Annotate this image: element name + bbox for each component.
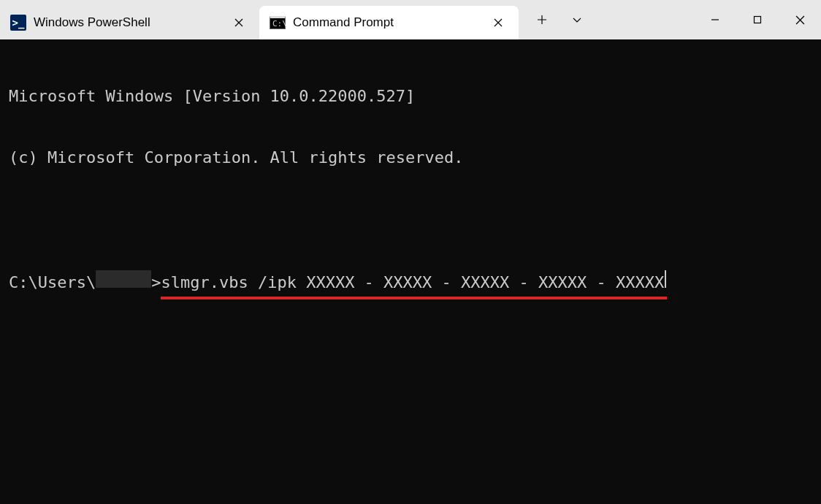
terminal-output[interactable]: Microsoft Windows [Version 10.0.22000.52…: [0, 39, 821, 504]
close-icon: [795, 15, 805, 25]
minimize-button[interactable]: [694, 3, 736, 37]
close-icon: [494, 18, 503, 27]
banner-line: (c) Microsoft Corporation. All rights re…: [9, 148, 812, 168]
chevron-down-icon: [572, 15, 582, 25]
tab-strip: >_ Windows PowerShell C:\ Command Prompt: [0, 0, 519, 39]
window-controls: [694, 0, 821, 39]
command-text: slmgr.vbs /ipk XXXXX - XXXXX - XXXXX - X…: [161, 273, 664, 291]
maximize-button[interactable]: [736, 3, 779, 37]
banner-line: Microsoft Windows [Version 10.0.22000.52…: [9, 86, 812, 107]
prompt-line: C:\Users\>slmgr.vbs /ipk XXXXX - XXXXX -…: [9, 270, 812, 293]
titlebar[interactable]: >_ Windows PowerShell C:\ Command Prompt: [0, 0, 821, 39]
new-tab-button[interactable]: [524, 3, 560, 37]
prompt-suffix: >: [151, 272, 161, 293]
annotation-underline: [161, 297, 667, 299]
cmd-icon: C:\: [270, 15, 286, 31]
command-wrap: slmgr.vbs /ipk XXXXX - XXXXX - XXXXX - X…: [161, 272, 664, 293]
svg-rect-0: [755, 17, 761, 23]
terminal-window: >_ Windows PowerShell C:\ Command Prompt: [0, 0, 821, 504]
tab-title: Command Prompt: [293, 15, 481, 30]
redacted-username: [96, 270, 151, 288]
maximize-icon: [753, 15, 762, 24]
tab-dropdown-button[interactable]: [560, 3, 595, 37]
powershell-icon: >_: [10, 15, 26, 31]
titlebar-drag-region[interactable]: [595, 0, 694, 39]
text-cursor: [665, 270, 666, 288]
plus-icon: [537, 15, 547, 25]
tab-close-button[interactable]: [229, 12, 249, 33]
tab-command-prompt[interactable]: C:\ Command Prompt: [259, 6, 519, 39]
minimize-icon: [711, 15, 719, 24]
window-close-button[interactable]: [779, 3, 821, 37]
prompt-prefix: C:\Users\: [9, 272, 96, 293]
tab-title: Windows PowerShell: [34, 15, 221, 30]
blank-line: [9, 209, 812, 229]
tab-close-button[interactable]: [488, 12, 508, 33]
tab-powershell[interactable]: >_ Windows PowerShell: [0, 6, 259, 39]
titlebar-actions: [524, 0, 595, 39]
close-icon: [234, 18, 243, 27]
